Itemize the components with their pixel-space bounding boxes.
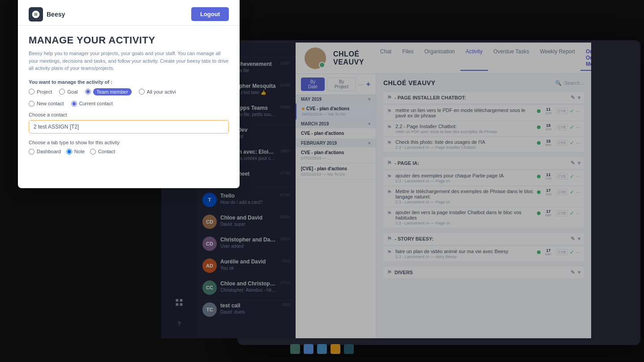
choose-contact-label: Choose a contact xyxy=(29,112,229,117)
tab-type-dashboard[interactable]: Dashboard xyxy=(29,149,61,155)
radio-new-contact[interactable]: New contact xyxy=(29,101,64,107)
logo-icon xyxy=(29,7,43,22)
modal-title: MANAGE YOUR ACTIVITY xyxy=(29,34,229,46)
modal-top-bar: Beesy About Logout xyxy=(18,0,240,26)
activity-type-group: Project Goal Team member All your activi xyxy=(29,88,229,95)
contact-type-group: New contact Current contact xyxy=(29,101,229,107)
tab-type-group: Dashboard Note Contact xyxy=(29,149,229,155)
modal-body: MANAGE YOUR ACTIVITY Beesy help you to m… xyxy=(18,26,240,164)
modal-logo: Beesy xyxy=(29,7,65,22)
modal-panel: Beesy About Logout MANAGE YOUR ACTIVITY … xyxy=(18,0,240,188)
tab-type-contact[interactable]: Contact xyxy=(90,149,115,155)
choose-tab-label: Choose a tab type to show for this activ… xyxy=(29,140,229,145)
radio-all-activity[interactable]: All your activi xyxy=(139,88,176,95)
modal-description: Beesy help you to manager your projects,… xyxy=(29,50,229,72)
logout-button[interactable]: Logout xyxy=(191,7,229,21)
radio-goal[interactable]: Goal xyxy=(59,88,77,95)
radio-project[interactable]: Project xyxy=(29,88,52,95)
tab-type-note[interactable]: Note xyxy=(66,149,85,155)
logo-name: Beesy xyxy=(47,11,65,18)
modal-question: You want to manage the activity of : xyxy=(29,79,229,85)
contact-select[interactable]: 2 test ASSIGN [T2] xyxy=(29,120,229,134)
radio-current-contact[interactable]: Current contact xyxy=(71,101,113,107)
radio-team-member[interactable]: Team member xyxy=(85,88,132,95)
